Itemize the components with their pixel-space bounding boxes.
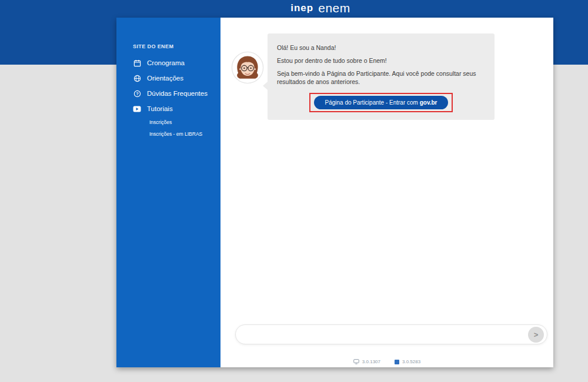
- chat-area: Olá! Eu sou a Nanda! Estou por dentro de…: [220, 18, 553, 367]
- chat-input-bar: >: [235, 324, 547, 344]
- web-version-number: 3.0.1307: [362, 359, 380, 364]
- bot-message-bubble: Olá! Eu sou a Nanda! Estou por dentro de…: [268, 33, 495, 120]
- bot-message-line: Seja bem-vindo à Página do Participante.…: [277, 69, 485, 86]
- sidebar-item-cronograma[interactable]: Cronograma: [116, 55, 220, 71]
- enem-chatbot-page: inep enem SITE DO ENEM Cronograma Orient…: [0, 0, 588, 382]
- pagina-participante-govbr-button[interactable]: Página do Participante - Entrar com gov.…: [314, 96, 447, 109]
- calendar-icon: [133, 59, 141, 67]
- sidebar: SITE DO ENEM Cronograma Orientações ? Dú…: [116, 18, 220, 367]
- monitor-icon: [353, 359, 359, 364]
- sidebar-title: SITE DO ENEM: [133, 43, 220, 49]
- sidebar-subitem-inscricoes[interactable]: Inscrições: [116, 116, 220, 128]
- bot-avatar: [231, 51, 264, 84]
- video-icon: [133, 105, 141, 113]
- bot-version: 3.0.5283: [395, 359, 420, 364]
- bot-message-line: Olá! Eu sou a Nanda!: [277, 43, 485, 52]
- chatbot-window: SITE DO ENEM Cronograma Orientações ? Dú…: [116, 18, 553, 367]
- sidebar-item-label: Orientações: [147, 75, 183, 82]
- chat-input[interactable]: [244, 326, 521, 343]
- sidebar-item-label: Tutoriais: [147, 105, 173, 112]
- send-arrow-icon: >: [534, 330, 539, 339]
- sidebar-item-label: Cronograma: [147, 59, 185, 66]
- svg-text:?: ?: [136, 91, 139, 96]
- sidebar-item-label: Dúvidas Frequentes: [147, 90, 208, 97]
- cta-row: Página do Participante - Entrar com gov.…: [277, 93, 485, 112]
- sidebar-subitem-inscricoes-libras[interactable]: Inscrições - em LIBRAS: [116, 128, 220, 140]
- enem-logo: enem: [318, 1, 350, 15]
- web-version: 3.0.1307: [353, 359, 380, 364]
- bot-square-icon: [395, 360, 399, 364]
- sidebar-item-tutoriais[interactable]: Tutoriais: [116, 101, 220, 116]
- version-footer: 3.0.1307 3.0.5283: [220, 359, 553, 364]
- sidebar-item-orientacoes[interactable]: Orientações: [116, 71, 220, 86]
- header-logo: inep enem: [0, 0, 588, 16]
- cta-label: Página do Participante - Entrar com: [325, 99, 419, 106]
- red-highlight-box: Página do Participante - Entrar com gov.…: [309, 93, 452, 112]
- bot-version-number: 3.0.5283: [402, 359, 420, 364]
- question-icon: ?: [133, 89, 141, 98]
- sidebar-item-duvidas[interactable]: ? Dúvidas Frequentes: [116, 86, 220, 101]
- inep-logo: inep: [290, 2, 313, 14]
- bot-message-line: Estou por dentro de tudo sobre o Enem!: [277, 56, 485, 65]
- globe-icon: [133, 74, 141, 82]
- send-button[interactable]: >: [528, 327, 544, 343]
- cta-label-govbr: gov.br: [420, 99, 437, 106]
